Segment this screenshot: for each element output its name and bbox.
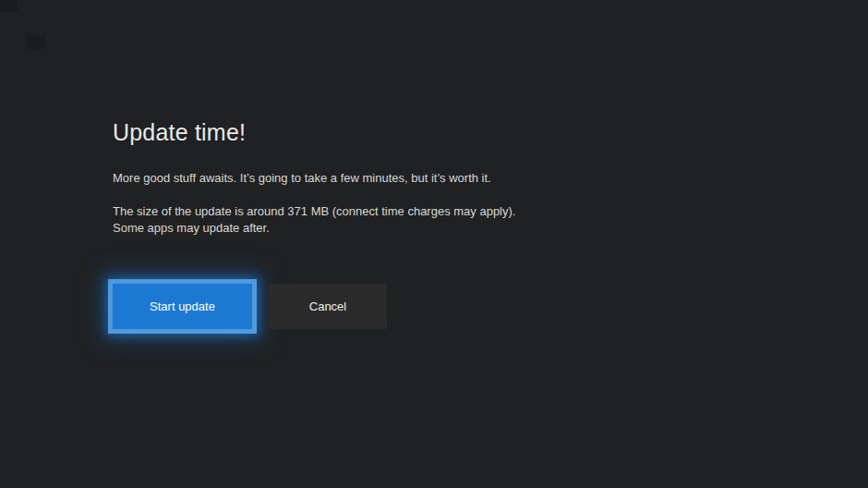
update-dialog-screen: Update time! More good stuff awaits. It’… [0, 0, 868, 488]
page-title: Update time! [113, 118, 246, 146]
intro-text: More good stuff awaits. It’s going to ta… [113, 170, 630, 187]
corner-artifact-2 [27, 35, 45, 49]
details-line-2: Some apps may update after. [113, 221, 270, 235]
details-text: The size of the update is around 371 MB … [113, 203, 630, 237]
corner-artifact-1 [0, 0, 18, 12]
start-update-button[interactable]: Start update [108, 279, 257, 334]
details-line-1: The size of the update is around 371 MB … [113, 204, 515, 218]
cancel-button[interactable]: Cancel [269, 284, 387, 329]
